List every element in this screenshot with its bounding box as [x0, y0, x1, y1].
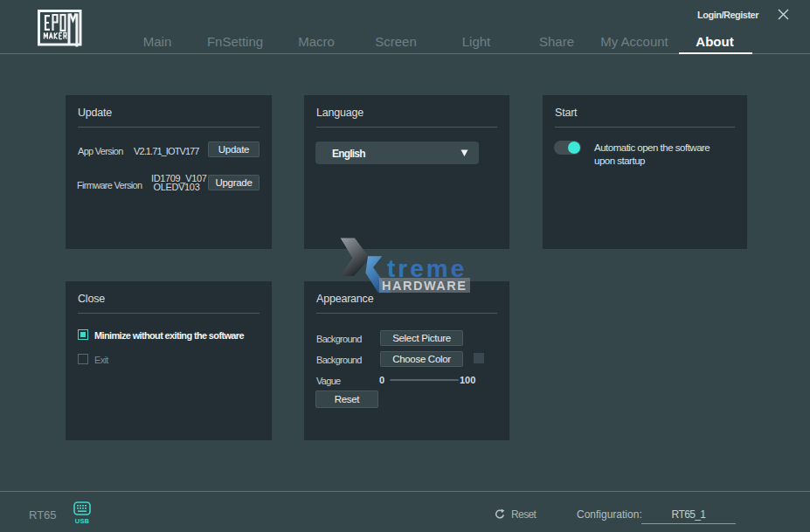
svg-text:HARDWARE: HARDWARE — [382, 279, 467, 293]
